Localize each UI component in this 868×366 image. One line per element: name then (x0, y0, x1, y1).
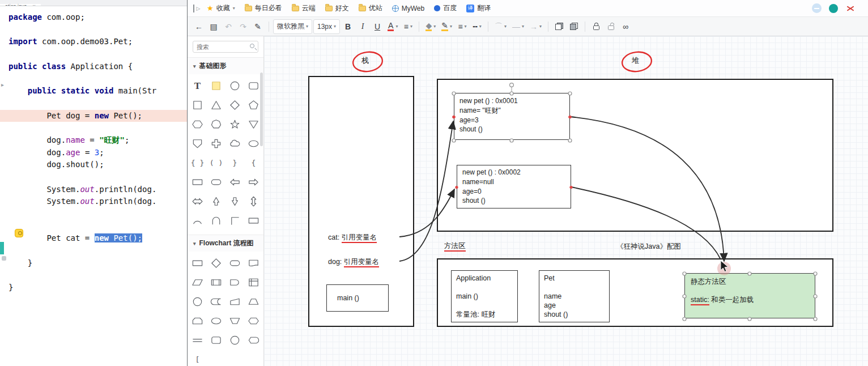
shape-block-arrow-lr[interactable] (188, 192, 207, 211)
line-color-button[interactable]: ✎▾ (439, 19, 454, 34)
bring-forward-button[interactable] (552, 19, 566, 34)
record-circle-icon[interactable] (829, 4, 838, 13)
shape-trapezoid-down[interactable] (225, 312, 244, 330)
shape-pentagon[interactable] (244, 96, 263, 114)
code-line[interactable]: System.out.println(dog. (0, 184, 187, 196)
shape-rect[interactable] (244, 211, 263, 230)
code-line[interactable]: Pet cat = new Pet(); (0, 232, 187, 245)
shape-arc[interactable] (188, 211, 207, 230)
code-line[interactable]: dog.name = "旺财"; (0, 134, 187, 147)
shape-brace-pair[interactable]: { } (188, 154, 207, 172)
font-family-select[interactable]: 微软雅黑▾ (273, 19, 312, 34)
shape-block-arrow-ud[interactable] (244, 192, 263, 211)
shape-text[interactable]: T (188, 76, 207, 95)
font-color-button[interactable]: A▾ (385, 19, 400, 34)
shape-pill[interactable] (225, 254, 244, 273)
shape-search-input[interactable] (193, 41, 258, 53)
shape-star[interactable] (225, 115, 244, 134)
stack-label[interactable]: 栈 (361, 56, 369, 66)
shape-display[interactable] (244, 331, 263, 350)
code-line[interactable] (0, 220, 187, 233)
code-line[interactable]: System.out.println(dog. (0, 195, 187, 208)
application-class-box[interactable]: Application main () 常量池: 旺财 (451, 270, 518, 322)
font-size-select[interactable]: 13px▾ (313, 19, 340, 34)
shape-predefined-process[interactable] (207, 273, 225, 292)
shape-triangle-down[interactable] (244, 115, 263, 134)
bold-button[interactable]: B (341, 19, 355, 34)
shape-block-arrow-right[interactable] (244, 173, 263, 191)
shape-hexagon[interactable] (188, 115, 207, 134)
bookmark-good-sites[interactable]: 优站 (359, 3, 382, 13)
link-button[interactable]: ∞ (619, 19, 632, 34)
shape-block-arrow-down[interactable] (225, 192, 244, 211)
shape-block-arrow-up[interactable] (207, 192, 225, 211)
bookmark-translate[interactable]: 译翻译 (466, 3, 491, 13)
bookmark-cloud[interactable]: 云端 (292, 3, 316, 13)
underline-button[interactable]: U (371, 19, 384, 34)
shape-diamond[interactable] (207, 254, 225, 273)
pet-object-2-box[interactable]: new pet () : 0x0002name=nullage=0shout (… (457, 165, 571, 208)
shape-rect[interactable] (188, 254, 207, 273)
code-line[interactable] (0, 245, 187, 257)
section-header-1[interactable]: ▾Flowchart 流程图 (188, 235, 263, 252)
unlock-button[interactable] (604, 19, 618, 34)
fold-arrow-icon[interactable]: ▸ (1, 82, 4, 88)
sidebar-toggle-icon[interactable]: ▷ (193, 5, 202, 12)
format-painter-button[interactable]: ▤ (207, 19, 220, 34)
code-line[interactable] (0, 171, 187, 184)
code-line[interactable] (0, 122, 187, 134)
bookmark-daily-must-see[interactable]: 每日必看 (245, 3, 282, 13)
code-line[interactable]: } (0, 282, 187, 294)
shape-brace-left[interactable]: { (244, 154, 263, 172)
heap-label[interactable]: 堆 (632, 56, 639, 66)
code-content[interactable]: package com.oop; import com.oop.demo03.P… (0, 6, 187, 294)
minimize-circle-icon[interactable] (812, 3, 822, 13)
redo-button[interactable]: ↷ (236, 19, 250, 34)
shape-rounded-rect[interactable] (244, 76, 263, 95)
shape-preparation[interactable] (244, 312, 263, 330)
code-line[interactable] (0, 208, 187, 220)
code-line[interactable]: dog.age = 3; (0, 147, 187, 159)
shape-rounded-rect[interactable] (207, 331, 225, 350)
shape-manual-input[interactable] (225, 292, 244, 311)
diagram-canvas[interactable]: 栈 堆 new pet () : 0x0001name= "旺财"age=3sh… (264, 36, 868, 366)
line-start-button[interactable]: —▾ (510, 19, 526, 34)
pet-class-box[interactable]: Pet nameageshout () (539, 270, 610, 322)
shape-delay[interactable] (225, 273, 244, 292)
shape-bracket-left[interactable]: [ (188, 350, 207, 366)
line-style-button[interactable]: ╍▾ (470, 19, 484, 34)
code-line[interactable]: dog.shout(); (0, 159, 187, 171)
line-width-button[interactable]: ≡▾ (456, 19, 469, 34)
align-button[interactable]: ≡▾ (401, 19, 415, 34)
shape-loop-limit[interactable] (188, 312, 207, 330)
shape-shield[interactable] (188, 134, 207, 153)
shape-circle[interactable] (188, 292, 207, 311)
code-line[interactable] (0, 48, 187, 61)
shape-block-arrow-left[interactable] (225, 173, 244, 191)
shape-arch[interactable] (207, 211, 225, 230)
fill-color-button[interactable]: ◆▾ (423, 19, 438, 34)
main-method-box[interactable]: main () (326, 284, 389, 312)
shape-rect[interactable] (188, 173, 207, 191)
shape-heptagon[interactable] (207, 115, 225, 134)
code-line[interactable]: public class Application { (0, 61, 187, 73)
code-line[interactable]: import com.oop.demo03.Pet; (0, 36, 187, 48)
line-end-button[interactable]: →▾ (527, 19, 544, 34)
cat-reference-label[interactable]: cat: 引用变量名 (328, 233, 377, 242)
code-line[interactable] (0, 24, 187, 36)
shape-circle[interactable] (225, 331, 244, 350)
static-method-area-box[interactable]: 静态方法区 static: 和类一起加载 (684, 273, 815, 318)
shape-double-line[interactable] (188, 331, 207, 350)
italic-button[interactable]: I (356, 19, 369, 34)
method-area-label[interactable]: 方法区 (444, 241, 466, 251)
lock-button[interactable] (589, 19, 603, 34)
shape-ellipse[interactable] (244, 134, 263, 153)
shape-paren-pair[interactable]: ( ) (207, 154, 225, 172)
shape-square[interactable] (188, 96, 207, 114)
shape-circle[interactable] (225, 76, 244, 95)
shape-cloud[interactable] (225, 134, 244, 153)
shape-stored-data[interactable] (207, 292, 225, 311)
shape-sticky-note[interactable] (207, 76, 225, 95)
code-line[interactable]: public static void main(Str (0, 85, 187, 97)
intention-bulb-icon[interactable] (15, 229, 23, 237)
